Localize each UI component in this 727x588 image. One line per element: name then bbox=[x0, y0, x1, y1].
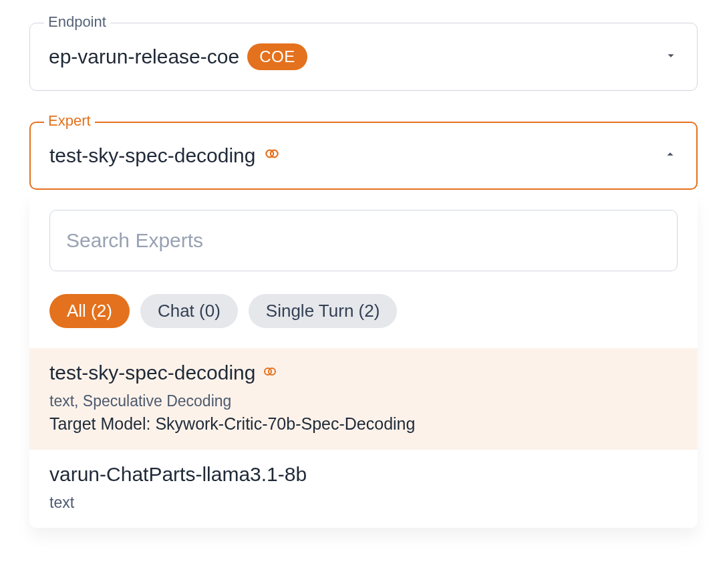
endpoint-value-row: ep-varun-release-coe COE bbox=[49, 43, 664, 70]
search-input[interactable] bbox=[49, 210, 678, 271]
filter-chips: All (2) Chat (0) Single Turn (2) bbox=[29, 271, 698, 348]
expert-value-row: test-sky-spec-decoding bbox=[49, 144, 663, 167]
expert-dropdown-panel: All (2) Chat (0) Single Turn (2) test-sk… bbox=[29, 192, 698, 528]
endpoint-label: Endpoint bbox=[44, 15, 110, 29]
chip-all[interactable]: All (2) bbox=[49, 294, 130, 328]
list-item-title-row: test-sky-spec-decoding bbox=[49, 361, 678, 384]
chevron-down-icon bbox=[664, 48, 678, 65]
expert-field: Expert test-sky-spec-decoding All (2) bbox=[29, 122, 698, 528]
endpoint-select[interactable]: ep-varun-release-coe COE bbox=[29, 23, 698, 91]
endpoint-badge: COE bbox=[247, 43, 307, 70]
list-item-desc: text bbox=[49, 494, 678, 512]
list-item[interactable]: varun-ChatParts-llama3.1-8b text bbox=[29, 450, 698, 528]
link-icon bbox=[263, 144, 281, 167]
list-item[interactable]: test-sky-spec-decoding text, Speculative… bbox=[29, 348, 698, 450]
chip-single-turn[interactable]: Single Turn (2) bbox=[249, 294, 398, 328]
list-item-desc: text, Speculative Decoding bbox=[49, 392, 678, 410]
list-item-title-row: varun-ChatParts-llama3.1-8b bbox=[49, 463, 678, 486]
list-item-title: varun-ChatParts-llama3.1-8b bbox=[49, 463, 307, 486]
expert-select[interactable]: test-sky-spec-decoding bbox=[29, 122, 698, 190]
chip-chat[interactable]: Chat (0) bbox=[140, 294, 238, 328]
endpoint-value: ep-varun-release-coe bbox=[49, 45, 239, 68]
endpoint-field: Endpoint ep-varun-release-coe COE bbox=[29, 23, 698, 91]
search-wrap bbox=[29, 210, 698, 271]
page-root: Endpoint ep-varun-release-coe COE Expert… bbox=[0, 0, 727, 555]
list-item-sub: Target Model: Skywork-Critic-70b-Spec-De… bbox=[49, 414, 678, 434]
list-item-title: test-sky-spec-decoding bbox=[49, 361, 255, 384]
link-icon bbox=[262, 361, 278, 384]
expert-label: Expert bbox=[44, 114, 95, 128]
expert-value: test-sky-spec-decoding bbox=[49, 144, 255, 167]
chevron-up-icon bbox=[663, 147, 678, 164]
